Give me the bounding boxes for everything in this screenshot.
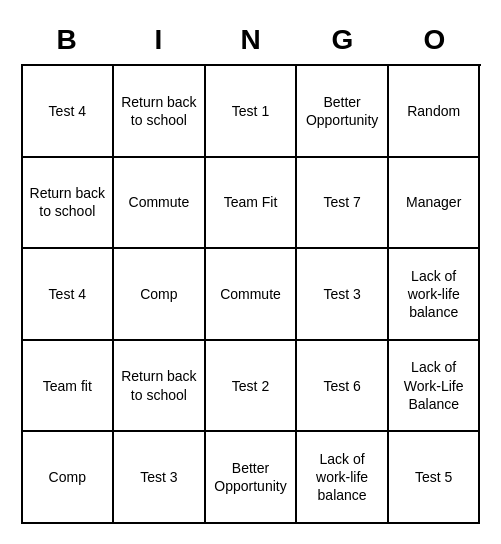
header-letter: B <box>21 20 113 60</box>
cell-r3-c0: Team fit <box>23 341 115 433</box>
cell-r2-c2: Commute <box>206 249 298 341</box>
cell-r2-c0: Test 4 <box>23 249 115 341</box>
cell-r3-c1: Return back to school <box>114 341 206 433</box>
cell-r3-c4: Lack of Work-Life Balance <box>389 341 481 433</box>
cell-r3-c2: Test 2 <box>206 341 298 433</box>
cell-r0-c0: Test 4 <box>23 66 115 158</box>
cell-r0-c2: Test 1 <box>206 66 298 158</box>
cell-r1-c4: Manager <box>389 158 481 250</box>
cell-r4-c2: Better Opportunity <box>206 432 298 524</box>
cell-r4-c0: Comp <box>23 432 115 524</box>
cell-r2-c4: Lack of work-life balance <box>389 249 481 341</box>
cell-r4-c1: Test 3 <box>114 432 206 524</box>
cell-r2-c3: Test 3 <box>297 249 389 341</box>
cell-r1-c1: Commute <box>114 158 206 250</box>
cell-r4-c4: Test 5 <box>389 432 481 524</box>
cell-r4-c3: Lack of work-life balance <box>297 432 389 524</box>
cell-r2-c1: Comp <box>114 249 206 341</box>
bingo-grid: Test 4Return back to schoolTest 1Better … <box>21 64 481 524</box>
cell-r1-c2: Team Fit <box>206 158 298 250</box>
cell-r0-c4: Random <box>389 66 481 158</box>
cell-r1-c3: Test 7 <box>297 158 389 250</box>
bingo-container: BINGO Test 4Return back to schoolTest 1B… <box>11 10 491 534</box>
bingo-header: BINGO <box>21 20 481 60</box>
cell-r0-c1: Return back to school <box>114 66 206 158</box>
header-letter: N <box>205 20 297 60</box>
header-letter: I <box>113 20 205 60</box>
header-letter: G <box>297 20 389 60</box>
header-letter: O <box>389 20 481 60</box>
cell-r3-c3: Test 6 <box>297 341 389 433</box>
cell-r1-c0: Return back to school <box>23 158 115 250</box>
cell-r0-c3: Better Opportunity <box>297 66 389 158</box>
